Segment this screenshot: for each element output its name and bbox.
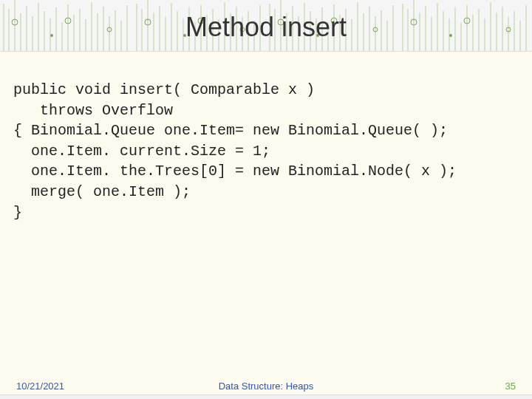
footer-page: 35 xyxy=(505,381,516,392)
bottom-rule xyxy=(0,395,532,399)
slide-title: Method insert xyxy=(0,12,532,43)
code-block: public void insert( Comparable x ) throw… xyxy=(13,80,519,222)
footer-date: 10/21/2021 xyxy=(16,381,64,392)
footer-center: Data Structure: Heaps xyxy=(219,381,314,392)
content-area: public void insert( Comparable x ) throw… xyxy=(0,52,532,222)
footer: 10/21/2021 Data Structure: Heaps 35 xyxy=(0,381,532,392)
header-band: Method insert xyxy=(0,0,532,52)
